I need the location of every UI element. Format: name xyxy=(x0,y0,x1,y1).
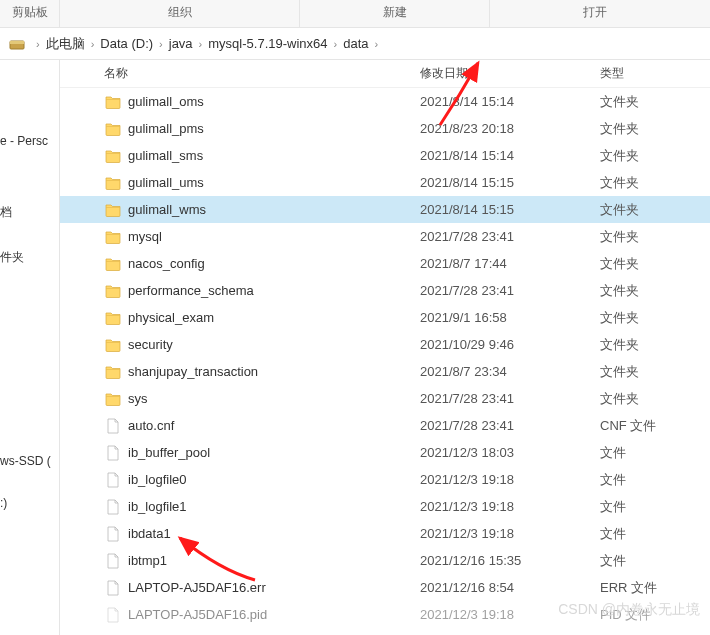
folder-icon xyxy=(104,282,122,300)
sidebar-item[interactable]: ws-SSD ( xyxy=(0,440,59,482)
file-row[interactable]: nacos_config2021/8/7 17:44文件夹 xyxy=(60,250,710,277)
file-name: mysql xyxy=(128,229,162,244)
ribbon-group-open[interactable]: 打开 xyxy=(490,0,700,27)
file-row[interactable]: security2021/10/29 9:46文件夹 xyxy=(60,331,710,358)
file-type: 文件夹 xyxy=(600,282,700,300)
file-row[interactable]: gulimall_ums2021/8/14 15:15文件夹 xyxy=(60,169,710,196)
chevron-right-icon[interactable]: › xyxy=(36,38,40,50)
file-name: gulimall_pms xyxy=(128,121,204,136)
file-row[interactable]: gulimall_wms2021/8/14 15:15文件夹 xyxy=(60,196,710,223)
chevron-right-icon[interactable]: › xyxy=(199,38,203,50)
ribbon-group-clipboard[interactable]: 剪贴板 xyxy=(0,0,60,27)
sidebar-item[interactable]: e - Persc xyxy=(0,120,59,162)
sidebar-item[interactable]: 件夹 xyxy=(0,235,59,280)
file-icon xyxy=(104,579,122,597)
file-type: 文件 xyxy=(600,552,700,570)
svg-rect-1 xyxy=(10,41,24,44)
chevron-right-icon[interactable]: › xyxy=(334,38,338,50)
file-row[interactable]: ib_logfile12021/12/3 19:18文件 xyxy=(60,493,710,520)
file-name: performance_schema xyxy=(128,283,254,298)
file-date: 2021/8/14 15:15 xyxy=(420,202,600,217)
column-headers: 名称 修改日期 类型 xyxy=(60,60,710,88)
breadcrumb-mysql[interactable]: mysql-5.7.19-winx64 xyxy=(208,36,327,51)
file-type: 文件夹 xyxy=(600,336,700,354)
file-icon xyxy=(104,606,122,624)
column-header-type[interactable]: 类型 xyxy=(600,65,700,82)
file-row[interactable]: ib_buffer_pool2021/12/3 18:03文件 xyxy=(60,439,710,466)
file-type: 文件夹 xyxy=(600,174,700,192)
file-name: sys xyxy=(128,391,148,406)
file-type: 文件 xyxy=(600,525,700,543)
file-name: LAPTOP-AJ5DAF16.pid xyxy=(128,607,267,622)
file-date: 2021/12/3 19:18 xyxy=(420,472,600,487)
file-date: 2021/7/28 23:41 xyxy=(420,283,600,298)
file-date: 2021/8/7 23:34 xyxy=(420,364,600,379)
ribbon-bar: 剪贴板 组织 新建 打开 xyxy=(0,0,710,28)
file-name: ib_logfile0 xyxy=(128,472,187,487)
file-type: CNF 文件 xyxy=(600,417,700,435)
file-type: 文件夹 xyxy=(600,147,700,165)
file-row[interactable]: auto.cnf2021/7/28 23:41CNF 文件 xyxy=(60,412,710,439)
file-row[interactable]: ibtmp12021/12/16 15:35文件 xyxy=(60,547,710,574)
ribbon-group-organize[interactable]: 组织 xyxy=(60,0,300,27)
breadcrumb-root[interactable]: 此电脑 xyxy=(46,35,85,53)
file-type: 文件夹 xyxy=(600,93,700,111)
file-name: ibtmp1 xyxy=(128,553,167,568)
file-type: 文件 xyxy=(600,444,700,462)
file-name: nacos_config xyxy=(128,256,205,271)
sidebar-item[interactable]: 档 xyxy=(0,190,59,235)
file-name: physical_exam xyxy=(128,310,214,325)
file-row[interactable]: physical_exam2021/9/1 16:58文件夹 xyxy=(60,304,710,331)
file-type: ERR 文件 xyxy=(600,579,700,597)
folder-icon xyxy=(104,255,122,273)
file-row[interactable]: gulimall_oms2021/8/14 15:14文件夹 xyxy=(60,88,710,115)
file-row[interactable]: ibdata12021/12/3 19:18文件 xyxy=(60,520,710,547)
file-row[interactable]: gulimall_pms2021/8/23 20:18文件夹 xyxy=(60,115,710,142)
file-row[interactable]: ib_logfile02021/12/3 19:18文件 xyxy=(60,466,710,493)
folder-icon xyxy=(104,120,122,138)
column-header-date[interactable]: 修改日期 xyxy=(420,65,600,82)
column-header-name[interactable]: 名称 xyxy=(100,65,420,82)
sidebar-item[interactable] xyxy=(0,162,59,190)
file-date: 2021/12/3 19:18 xyxy=(420,526,600,541)
folder-icon xyxy=(104,147,122,165)
file-row[interactable]: performance_schema2021/7/28 23:41文件夹 xyxy=(60,277,710,304)
file-name: shanjupay_transaction xyxy=(128,364,258,379)
file-list-pane: 名称 修改日期 类型 gulimall_oms2021/8/14 15:14文件… xyxy=(60,60,710,635)
sidebar-item[interactable]: :) xyxy=(0,482,59,524)
file-row[interactable]: mysql2021/7/28 23:41文件夹 xyxy=(60,223,710,250)
file-date: 2021/8/14 15:15 xyxy=(420,175,600,190)
folder-icon xyxy=(104,309,122,327)
file-row[interactable]: shanjupay_transaction2021/8/7 23:34文件夹 xyxy=(60,358,710,385)
file-date: 2021/7/28 23:41 xyxy=(420,418,600,433)
file-name: security xyxy=(128,337,173,352)
breadcrumb-data[interactable]: data xyxy=(343,36,368,51)
file-type: 文件夹 xyxy=(600,228,700,246)
file-date: 2021/12/3 18:03 xyxy=(420,445,600,460)
chevron-right-icon[interactable]: › xyxy=(91,38,95,50)
breadcrumb-drive[interactable]: Data (D:) xyxy=(100,36,153,51)
file-icon xyxy=(104,552,122,570)
ribbon-group-new[interactable]: 新建 xyxy=(300,0,490,27)
file-name: auto.cnf xyxy=(128,418,174,433)
navigation-pane[interactable]: e - Persc 档 件夹 ws-SSD ( :) xyxy=(0,60,60,635)
chevron-right-icon[interactable]: › xyxy=(159,38,163,50)
chevron-right-icon[interactable]: › xyxy=(374,38,378,50)
file-row[interactable]: LAPTOP-AJ5DAF16.err2021/12/16 8:54ERR 文件 xyxy=(60,574,710,601)
file-date: 2021/7/28 23:41 xyxy=(420,391,600,406)
file-date: 2021/8/14 15:14 xyxy=(420,148,600,163)
file-date: 2021/7/28 23:41 xyxy=(420,229,600,244)
file-type: 文件夹 xyxy=(600,390,700,408)
file-type: 文件夹 xyxy=(600,255,700,273)
file-icon xyxy=(104,417,122,435)
file-type: 文件 xyxy=(600,471,700,489)
file-icon xyxy=(104,498,122,516)
address-bar[interactable]: › 此电脑 › Data (D:) › java › mysql-5.7.19-… xyxy=(0,28,710,60)
file-name: gulimall_ums xyxy=(128,175,204,190)
file-type: 文件夹 xyxy=(600,120,700,138)
file-row[interactable]: sys2021/7/28 23:41文件夹 xyxy=(60,385,710,412)
file-name: gulimall_oms xyxy=(128,94,204,109)
file-row[interactable]: gulimall_sms2021/8/14 15:14文件夹 xyxy=(60,142,710,169)
breadcrumb-java[interactable]: java xyxy=(169,36,193,51)
file-name: ibdata1 xyxy=(128,526,171,541)
